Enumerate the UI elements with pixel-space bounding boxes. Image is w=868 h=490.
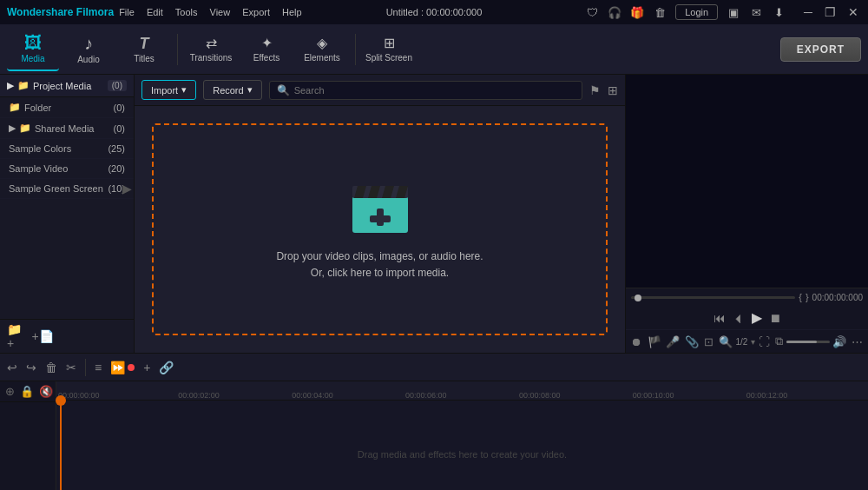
playback-slider[interactable] [631,296,795,299]
window-controls[interactable]: ─ ❐ ✕ [801,5,861,19]
toolbar-media[interactable]: 🖼 Media [7,28,59,71]
play-button[interactable]: ▶ [752,309,762,326]
add-track-icon[interactable]: + [143,361,150,374]
add-icon[interactable]: +📄 [33,327,52,346]
gift-icon[interactable]: 🎁 [630,5,644,19]
trash-icon[interactable]: 🗑 [653,5,667,19]
download-icon[interactable]: ⬇ [772,5,786,19]
add-folder-icon[interactable]: 📁+ [7,327,26,346]
maximize-button[interactable]: ❐ [822,5,838,19]
toolbar-elements[interactable]: ◈ Elements [296,28,348,71]
titles-icon: T [140,36,149,51]
menu-help[interactable]: Help [282,7,302,17]
mute-icon[interactable]: 🔇 [39,385,53,398]
media-drop-area[interactable]: Drop your video clips, images, or audio … [152,123,608,335]
skip-back-icon[interactable]: ⏮ [713,311,726,325]
aspect-icon[interactable]: ⊡ [702,334,715,350]
list-item-sample-green-screen[interactable]: Sample Green Screen (10) ▶ [0,179,134,199]
filter-icon[interactable]: ⚑ [589,83,601,97]
clip-icon[interactable]: 📎 [683,334,700,350]
more-icon[interactable]: ⋯ [850,334,865,350]
pip-icon[interactable]: ⧉ [773,333,785,350]
snapshot-icon[interactable]: 🏴 [646,334,663,350]
preview-panel: { } 00:00:00:000 ⏮ ⏴ ▶ ⏹ ⏺ 🏴 🎤 📎 ⊡ 🔍 1/2… [625,75,868,353]
list-item-shared-media[interactable]: ▶ 📁 Shared Media (0) [0,118,134,139]
menu-tools[interactable]: Tools [175,7,198,17]
preview-playback-controls: ⏮ ⏴ ▶ ⏹ [626,306,868,329]
redo-icon[interactable]: ↪ [26,361,36,374]
grid-icon[interactable]: ⊞ [608,83,618,97]
scissors-icon[interactable]: ✂ [66,361,76,374]
record-icon[interactable]: ⏺ [629,334,644,350]
title-bar: Wondershare Filmora File Edit Tools View… [0,0,868,24]
ruler-mark-3: 00:00:06:00 [405,391,447,400]
delete-icon[interactable]: 🗑 [45,361,57,374]
transitions-icon: ⇄ [206,36,217,50]
toolbar-audio[interactable]: ♪ Audio [62,28,115,71]
import-button[interactable]: Import ▾ [141,80,196,100]
menu-file[interactable]: File [119,7,135,17]
list-item-sample-video[interactable]: Sample Video (20) [0,159,134,179]
ruler-mark-5: 00:00:10:00 [633,391,674,400]
headphone-icon[interactable]: 🎧 [608,5,621,19]
elements-icon: ◈ [317,36,327,50]
list-item-sample-colors[interactable]: Sample Colors (25) [0,139,134,159]
export-button[interactable]: EXPORT [780,37,861,62]
panel-title: Project Media [33,81,91,91]
search-icon: 🔍 [277,84,290,96]
record-button[interactable]: Record ▾ [203,80,261,100]
toolbar-titles-label: Titles [134,54,155,63]
playhead [60,401,62,490]
align-icon[interactable]: ≡ [95,361,102,374]
drop-text: Drop your video clips, images, or audio … [276,248,483,281]
toolbar-transitions[interactable]: ⇄ Transitions [185,28,237,71]
zoom-icon[interactable]: 🔍 [717,334,734,350]
toolbar-separator-1 [177,34,178,65]
login-button[interactable]: Login [675,4,718,20]
drop-hint: Drag media and effects here to create yo… [358,449,567,460]
track-controls-area [0,402,56,490]
list-item-folder[interactable]: 📁 Folder (0) [0,97,134,118]
import-label: Import [151,85,178,96]
shield-icon[interactable]: 🛡 [585,5,599,19]
app-logo: Wondershare Filmora [7,6,114,18]
search-input[interactable] [294,85,575,96]
toolbar-split-screen[interactable]: ⊞ Split Screen [363,28,415,71]
undo-icon[interactable]: ↩ [7,361,17,374]
mail-icon[interactable]: ✉ [749,5,763,19]
volume-slider[interactable] [786,341,830,343]
lock-icon[interactable]: 🔒 [20,385,34,398]
preview-video-area [626,75,868,288]
menu-export[interactable]: Export [242,7,270,17]
link-icon[interactable]: 🔗 [159,361,174,374]
add-media-icon[interactable]: ⊕ [5,385,15,398]
expand-icon[interactable]: ▶ [7,80,14,91]
split-screen-icon: ⊞ [384,36,395,50]
toolbar-transitions-label: Transitions [190,53,233,63]
menu-view[interactable]: View [210,7,231,17]
toolbar-audio-label: Audio [77,55,100,64]
mic-icon[interactable]: 🎤 [664,334,681,350]
toolbar-titles[interactable]: T Titles [118,28,170,71]
stop-button[interactable]: ⏹ [769,311,781,325]
fullscreen-icon[interactable]: ⛶ [757,334,772,350]
window-snap-icon[interactable]: ▣ [727,5,740,19]
toolbar-effects[interactable]: ✦ Effects [240,28,293,71]
minimize-button[interactable]: ─ [801,5,815,19]
toolbar-separator-2 [355,34,356,65]
volume-icon[interactable]: 🔊 [831,334,848,350]
ratio-dropdown-icon[interactable]: ▾ [751,337,755,347]
ruler-mark-2: 00:00:04:00 [292,391,333,400]
preview-extra-controls: ⏺ 🏴 🎤 📎 ⊡ 🔍 1/2 ▾ ⛶ ⧉ 🔊 ⋯ [626,329,868,353]
timeline-tracks[interactable]: Drag media and effects here to create yo… [56,401,868,490]
timeline: ↩ ↪ 🗑 ✂ ≡ ⏩ + 🔗 ⊕ 🔒 🔇 00:00:00:00 00:00:… [0,353,868,490]
expand-icon: ▶ [9,122,16,134]
speed-icon[interactable]: ⏩ [110,361,125,374]
menu-bar[interactable]: File Edit Tools View Export Help [119,7,301,17]
menu-edit[interactable]: Edit [147,7,163,17]
step-back-icon[interactable]: ⏴ [733,311,745,325]
ruler-mark-6: 00:00:12:00 [746,391,788,400]
svg-rect-7 [370,215,391,222]
close-button[interactable]: ✕ [845,5,861,19]
search-box[interactable]: 🔍 [269,81,582,100]
